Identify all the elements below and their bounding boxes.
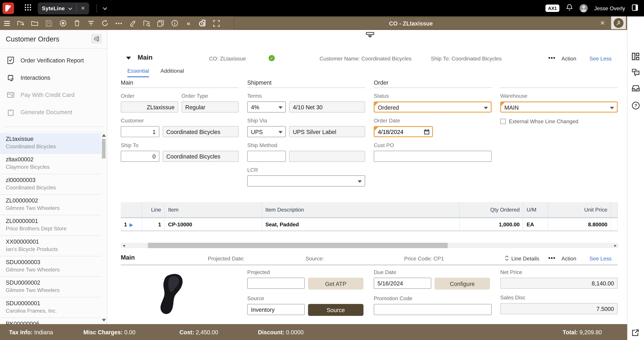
col-unit-price[interactable]: Unit Price — [548, 202, 611, 218]
terms-dropdown[interactable]: 4% — [247, 102, 286, 112]
col-item[interactable]: Item — [165, 202, 262, 218]
filter-icon[interactable] — [86, 18, 96, 28]
more-options-icon[interactable] — [113, 18, 124, 28]
customer-number-field[interactable] — [121, 126, 159, 137]
due-date-field[interactable] — [374, 278, 431, 289]
scroll-down-icon[interactable] — [102, 319, 106, 322]
delete-icon[interactable] — [72, 18, 82, 28]
scroll-right-icon[interactable]: ► — [614, 244, 617, 248]
order-list-item[interactable]: XX00000001 Ian's Bicycle Products — [0, 236, 101, 256]
order-list-item[interactable]: SDU0000002 Gilmore Two Wheelers — [0, 277, 101, 297]
save-icon[interactable] — [44, 18, 54, 28]
tab-essential[interactable]: Essential — [127, 68, 149, 77]
list-scrollbar[interactable] — [102, 134, 106, 322]
scroll-thumb[interactable] — [102, 139, 106, 158]
app-grid-icon[interactable] — [25, 4, 31, 12]
sidebar-collapse-button[interactable] — [91, 34, 102, 44]
order-list-item[interactable]: RK00000006 — [0, 318, 101, 324]
new-record-icon[interactable] — [58, 18, 68, 28]
infor-logo-icon[interactable] — [2, 2, 14, 14]
info-icon[interactable] — [169, 18, 180, 28]
refresh-icon[interactable] — [100, 18, 110, 28]
order-list-item[interactable]: ZL00000002 Gilmore Two Wheelers — [0, 195, 101, 215]
line-more-icon[interactable]: ••• — [548, 255, 556, 261]
line-details-link[interactable]: Line Details — [511, 256, 539, 262]
collapse-section-icon[interactable] — [126, 57, 131, 60]
tab-additional[interactable]: Additional — [160, 68, 184, 77]
grid-row[interactable]: 1▶ 1 CP-10000 Seat, Padded 1,000.00 EA 8… — [121, 218, 618, 231]
order-date-field[interactable]: 4/18/2024 — [374, 126, 433, 137]
chat-icon[interactable] — [632, 69, 640, 78]
inbox-icon[interactable] — [632, 85, 640, 93]
menu-item-pay-with-credit-card[interactable]: Pay With Credit Card — [0, 86, 107, 104]
order-list-item[interactable]: SDU0000001 Carolina Frames, Inc. — [0, 297, 101, 318]
order-type-field[interactable] — [182, 102, 238, 112]
source-button[interactable]: Source — [308, 304, 364, 316]
col-item-description[interactable]: Item Description — [262, 202, 459, 218]
new-tab-chevron-down-icon[interactable] — [102, 4, 107, 12]
layout-panels-icon[interactable] — [632, 52, 640, 62]
grid-horizontal-scrollbar[interactable]: ◄ ► — [121, 243, 618, 248]
calendar-icon[interactable] — [424, 128, 430, 136]
line-see-less-link[interactable]: See Less — [590, 256, 612, 262]
syteline-app-tab[interactable]: SyteLine ✕ — [38, 2, 89, 14]
ship-to-number-field[interactable] — [121, 151, 159, 162]
order-list-item[interactable]: ZLtaxissue Coordinated Bicycles — [0, 133, 101, 154]
order-list-item[interactable]: ZL00000001 Price Brothers Dept Store — [0, 215, 101, 236]
menu-item-generate-document[interactable]: Generate Document — [0, 104, 107, 121]
order-list-item[interactable]: zltax00002 Claymore Bicycles — [0, 154, 101, 174]
line-action-link[interactable]: Action — [562, 256, 576, 262]
find-record-icon[interactable] — [141, 18, 152, 28]
open-form-icon[interactable] — [16, 18, 26, 28]
environment-badge[interactable]: AX1 — [546, 4, 560, 12]
cust-po-field[interactable] — [374, 151, 492, 162]
profile-button[interactable] — [611, 16, 626, 29]
header-action-link[interactable]: Action — [562, 56, 576, 62]
close-form-icon[interactable]: ✕ — [596, 16, 608, 29]
panel-pull-handle[interactable] — [366, 32, 375, 38]
user-avatar[interactable] — [580, 4, 588, 12]
col-um[interactable]: U/M — [523, 202, 548, 218]
grid-corner[interactable] — [121, 202, 142, 218]
open-external-icon[interactable] — [632, 329, 639, 338]
notifications-bell-icon[interactable] — [566, 4, 573, 13]
projected-field[interactable] — [247, 278, 305, 289]
help-icon[interactable]: ? — [632, 102, 640, 111]
promotion-code-field[interactable] — [374, 304, 492, 315]
app-tab-close-icon[interactable]: ✕ — [81, 5, 85, 11]
header-see-less-link[interactable]: See Less — [590, 56, 612, 62]
menu-item-order-verification-report[interactable]: Order Verification Report — [0, 52, 107, 69]
col-qty-ordered[interactable]: Qty Ordered — [459, 202, 523, 218]
source-field[interactable] — [247, 304, 305, 315]
get-atp-button[interactable]: Get ATP — [308, 278, 364, 290]
fullscreen-icon[interactable] — [211, 18, 222, 28]
order-list-item[interactable]: zl00000003 Coordinated Bicycles — [0, 174, 101, 194]
terms-desc-field[interactable] — [289, 102, 365, 112]
order-field[interactable] — [121, 102, 178, 112]
recent-history-icon[interactable] — [197, 18, 208, 28]
menu-item-interactions[interactable]: Interactions — [0, 69, 107, 86]
edit-icon[interactable] — [127, 18, 138, 28]
side-panel-toggle-icon[interactable] — [632, 4, 638, 12]
ship-method-field[interactable] — [247, 151, 286, 162]
ship-to-name-field[interactable] — [163, 151, 239, 162]
folder-icon[interactable] — [30, 18, 40, 28]
scroll-up-icon[interactable] — [102, 134, 106, 137]
lcr-dropdown[interactable] — [247, 176, 365, 186]
order-list-item[interactable]: SDU0000003 Gilmore Two Wheelers — [0, 256, 101, 277]
external-whse-checkbox[interactable] — [500, 119, 506, 124]
warehouse-dropdown[interactable]: MAIN — [500, 102, 618, 112]
status-dropdown[interactable]: Ordered — [374, 102, 492, 112]
header-more-icon[interactable]: ••• — [548, 54, 556, 61]
scroll-left-icon[interactable]: ◄ — [122, 244, 126, 248]
ship-via-dropdown[interactable]: UPS — [247, 126, 286, 137]
row-header-cell[interactable]: 1▶ — [121, 218, 142, 231]
sales-disc-field[interactable] — [500, 303, 618, 314]
app-tab-chevron-down-icon[interactable] — [68, 4, 72, 12]
ship-method-desc-field[interactable] — [289, 151, 365, 162]
menu-icon[interactable] — [2, 18, 12, 28]
hscroll-thumb[interactable] — [148, 243, 448, 248]
collapse-toolbar-icon[interactable]: « — [183, 18, 194, 28]
customer-name-field[interactable] — [163, 126, 239, 137]
line-details-sort-icon[interactable] — [505, 256, 509, 262]
